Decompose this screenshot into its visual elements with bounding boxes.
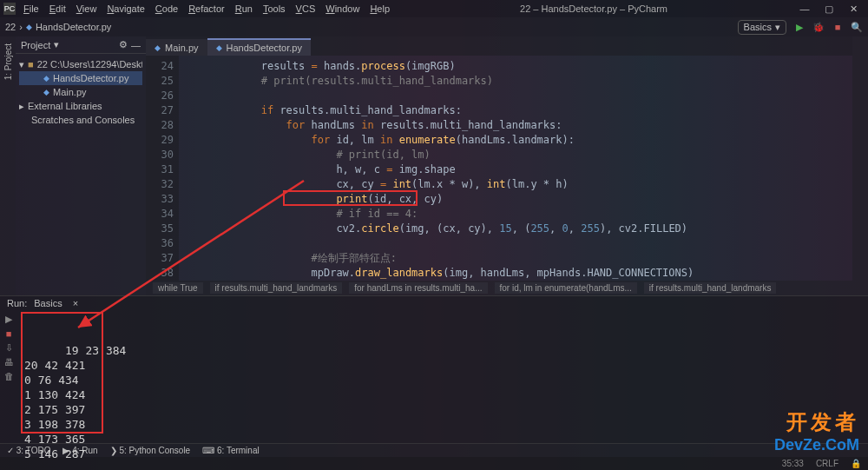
highlight-output-box <box>21 312 103 434</box>
rerun-icon[interactable]: ▶ <box>5 314 12 325</box>
minimize-button[interactable]: — <box>793 3 816 15</box>
gear-icon[interactable]: ⚙ <box>119 39 128 50</box>
run-icon[interactable]: ▶ <box>793 21 806 33</box>
stop-icon[interactable]: ■ <box>6 328 12 339</box>
maximize-button[interactable]: ▢ <box>818 3 840 15</box>
breadcrumb-item[interactable]: while True <box>153 282 203 294</box>
menu-edit[interactable]: Edit <box>45 2 70 16</box>
tab-label: Main.py <box>165 43 199 53</box>
close-panel-icon[interactable]: × <box>73 298 78 308</box>
menu-help[interactable]: Help <box>365 2 394 16</box>
main-menu: FileEditViewNavigateCodeRefactorRunTools… <box>19 2 394 16</box>
code-editor[interactable]: 24 25 26 27 28 29 30 31 32 33 34 35 36 3… <box>146 56 852 281</box>
app-logo: PC <box>3 3 16 15</box>
search-icon[interactable]: 🔍 <box>851 21 863 33</box>
breadcrumb-project[interactable]: 22 <box>5 22 16 32</box>
tree-file-label: HandsDetector.py <box>53 71 128 85</box>
python-file-icon: ◆ <box>43 71 49 85</box>
editor-tabs: ◆Main.py◆HandsDetector.py <box>146 36 852 56</box>
tree-file[interactable]: ◆Main.py <box>19 85 142 99</box>
titlebar: PC FileEditViewNavigateCodeRefactorRunTo… <box>0 0 868 17</box>
run-config-name: Basics <box>34 298 62 308</box>
chevron-down-icon: ▾ <box>775 22 780 33</box>
chevron-down-icon[interactable]: ▾ <box>54 39 59 50</box>
navigation-bar: 22 › ◆ HandsDetector.py Basics ▾ ▶ 🐞 ■ 🔍 <box>0 17 868 36</box>
folder-icon: ■ <box>28 57 34 71</box>
breadcrumb-item[interactable]: if results.multi_hand_landmarks <box>644 282 777 294</box>
print-icon[interactable]: 🖶 <box>4 357 14 367</box>
run-config-selector[interactable]: Basics ▾ <box>738 20 786 35</box>
editor-tab[interactable]: ◆Main.py <box>146 39 207 56</box>
project-tool-tab[interactable]: 1: Project <box>3 40 13 83</box>
trash-icon[interactable]: 🗑 <box>4 371 14 381</box>
project-panel-title: Project <box>21 40 50 50</box>
tree-file[interactable]: ◆HandsDetector.py <box>19 71 142 85</box>
python-file-icon: ◆ <box>155 43 161 52</box>
editor-breadcrumbs: while Trueif results.multi_hand_landmark… <box>146 281 852 295</box>
left-gutter: 1: Project <box>0 36 16 295</box>
right-gutter <box>852 36 868 295</box>
menu-run[interactable]: Run <box>231 2 257 16</box>
watermark-line1: 开发者 <box>774 408 859 436</box>
console-output[interactable]: 19 23 384 20 42 421 0 76 434 1 130 424 2… <box>17 310 868 465</box>
menu-window[interactable]: Window <box>321 2 364 16</box>
window-title: 22 – HandsDetector.py – PyCharm <box>398 3 790 14</box>
gutter-line-numbers: 24 25 26 27 28 29 30 31 32 33 34 35 36 3… <box>146 56 179 281</box>
debug-icon[interactable]: 🐞 <box>812 21 825 33</box>
collapse-icon[interactable]: — <box>131 40 141 50</box>
tree-external[interactable]: External Libraries <box>28 99 102 113</box>
code-area[interactable]: results = hands.process(imgRGB) # print(… <box>179 56 852 281</box>
chevron-down-icon[interactable]: ▾ <box>19 57 24 71</box>
menu-view[interactable]: View <box>72 2 102 16</box>
run-toolbar: ▶ ■ ⇩ 🖶 🗑 <box>0 310 17 465</box>
tab-label: HandsDetector.py <box>227 43 302 53</box>
breadcrumb-item[interactable]: if results.multi_hand_landmarks <box>210 282 343 294</box>
python-file-icon: ◆ <box>26 23 32 31</box>
breadcrumb-item[interactable]: for id, lm in enumerate(handLms... <box>495 282 637 294</box>
chevron-right-icon: › <box>19 22 23 32</box>
project-tree[interactable]: ▾■22 C:\Users\12294\Desktop\22 ◆HandsDet… <box>16 54 146 130</box>
editor-tab[interactable]: ◆HandsDetector.py <box>207 38 311 56</box>
menu-refactor[interactable]: Refactor <box>184 2 229 16</box>
menu-vcs[interactable]: VCS <box>292 2 320 16</box>
chevron-right-icon[interactable]: ▸ <box>19 99 24 113</box>
tree-scratches[interactable]: Scratches and Consoles <box>31 113 135 127</box>
watermark-line2: DevZe.CoM <box>774 436 859 454</box>
run-tool-window: Run: Basics × ▶ ■ ⇩ 🖶 🗑 19 23 384 20 42 … <box>0 295 868 443</box>
python-file-icon: ◆ <box>43 85 49 99</box>
project-panel: Project ▾ ⚙ — ▾■22 C:\Users\12294\Deskto… <box>16 36 146 295</box>
watermark: 开发者 DevZe.CoM <box>774 408 859 454</box>
close-button[interactable]: ✕ <box>842 3 865 15</box>
tree-root[interactable]: 22 C:\Users\12294\Desktop\22 <box>37 57 142 71</box>
menu-tools[interactable]: Tools <box>259 2 290 16</box>
menu-file[interactable]: File <box>19 2 43 16</box>
down-icon[interactable]: ⇩ <box>5 342 13 354</box>
menu-code[interactable]: Code <box>151 2 182 16</box>
run-label: Run: <box>7 298 27 308</box>
breadcrumb-item[interactable]: for handLms in results.multi_ha... <box>349 282 487 294</box>
tree-file-label: Main.py <box>53 85 87 99</box>
menu-navigate[interactable]: Navigate <box>102 2 148 16</box>
python-file-icon: ◆ <box>216 43 222 52</box>
stop-icon[interactable]: ■ <box>832 21 844 33</box>
run-config-label: Basics <box>744 22 772 32</box>
breadcrumb-file[interactable]: HandsDetector.py <box>36 22 111 32</box>
